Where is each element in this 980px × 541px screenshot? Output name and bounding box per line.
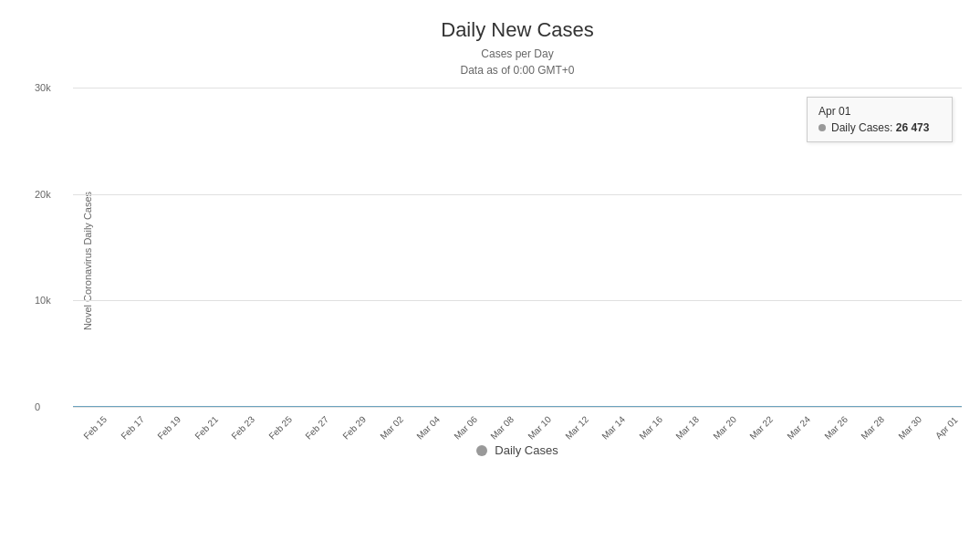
y-tick-label: 20k <box>35 189 51 200</box>
x-tick-label: Feb 23 <box>226 411 259 444</box>
x-tick-label: Mar 10 <box>523 411 556 444</box>
x-tick-label: Mar 18 <box>671 411 704 444</box>
tooltip-row: Daily Cases: 26 473 <box>818 121 941 134</box>
legend-dot <box>476 445 487 456</box>
x-tick-label: Feb 15 <box>78 411 111 444</box>
chart-container: Daily New Cases Cases per Day Data as of… <box>0 0 980 541</box>
x-tick-label: Mar 14 <box>597 411 630 444</box>
tooltip-date: Apr 01 <box>818 105 941 118</box>
y-tick-label: 0 <box>35 401 40 412</box>
x-tick-label: Mar 20 <box>708 411 741 444</box>
tooltip-box: Apr 01 Daily Cases: 26 473 <box>807 97 953 142</box>
x-tick-label: Mar 30 <box>893 411 926 444</box>
x-tick-label: Mar 16 <box>634 411 667 444</box>
x-tick-label: Mar 28 <box>856 411 889 444</box>
chart-title: Daily New Cases <box>73 18 962 42</box>
x-tick-label: Feb 21 <box>190 411 223 444</box>
tooltip-dot <box>818 124 826 131</box>
x-tick-label: Apr 01 <box>930 411 963 444</box>
x-tick-label: Mar 24 <box>782 411 815 444</box>
tooltip-value: Daily Cases: 26 473 <box>831 121 929 134</box>
x-tick-label: Feb 27 <box>300 411 333 444</box>
x-tick-label: Mar 12 <box>559 411 592 444</box>
x-tick-label: Feb 25 <box>264 411 297 444</box>
chart-subtitle: Cases per Day Data as of 0:00 GMT+0 <box>73 46 962 78</box>
x-tick-label: Mar 26 <box>819 411 852 444</box>
legend: Daily Cases <box>73 443 962 457</box>
chart-area: Novel Coronavirus Daily Cases 30k20k10k0… <box>73 88 962 434</box>
x-tick-label: Mar 08 <box>485 411 518 444</box>
x-tick-label: Feb 29 <box>338 411 370 444</box>
x-tick-label: Mar 02 <box>375 411 408 444</box>
y-tick-label: 30k <box>35 82 51 93</box>
x-tick-label: Feb 19 <box>152 411 185 444</box>
legend-label: Daily Cases <box>495 443 558 457</box>
x-tick-label: Mar 04 <box>412 411 444 444</box>
y-tick-label: 10k <box>35 295 51 306</box>
x-tick-label: Mar 06 <box>449 411 482 444</box>
x-axis: Feb 15Feb 17Feb 19Feb 21Feb 23Feb 25Feb … <box>73 407 962 434</box>
x-tick-label: Feb 17 <box>116 411 149 444</box>
x-tick-label: Mar 22 <box>745 411 777 444</box>
